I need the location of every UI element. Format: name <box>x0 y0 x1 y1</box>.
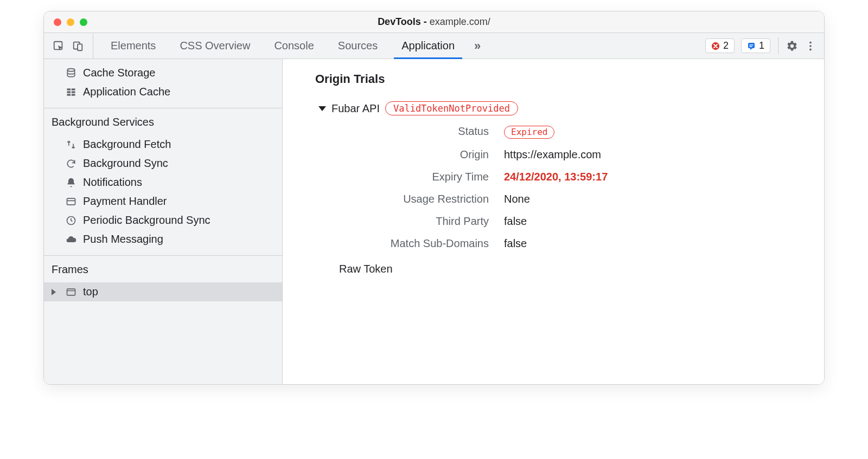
sidebar-item-notifications[interactable]: Notifications <box>44 173 282 192</box>
sidebar-item-periodic-background-sync[interactable]: Periodic Background Sync <box>44 211 282 230</box>
toolbar-left-group <box>44 33 93 59</box>
bell-icon <box>66 177 76 188</box>
window-controls <box>44 18 87 26</box>
toolbar-divider <box>778 37 778 54</box>
caret-down-icon <box>318 106 326 111</box>
gear-icon <box>786 40 798 52</box>
third-party-label: Third Party <box>337 215 489 228</box>
tab-css-overview[interactable]: CSS Overview <box>168 33 262 59</box>
device-toolbar-icon[interactable] <box>72 40 84 52</box>
svg-rect-11 <box>67 91 71 93</box>
sidebar-item-push-messaging[interactable]: Push Messaging <box>44 230 282 249</box>
tab-sources[interactable]: Sources <box>326 33 390 59</box>
devtools-window: DevTools - example.com/ Elements CSS Ove… <box>43 11 825 385</box>
usage-restriction-label: Usage Restriction <box>337 193 489 205</box>
expand-caret-icon[interactable] <box>52 289 56 295</box>
svg-rect-9 <box>67 88 71 90</box>
origin-trial-details: Status Expired Origin https://example.co… <box>337 125 792 250</box>
svg-rect-13 <box>67 94 71 95</box>
third-party-value: false <box>504 215 792 228</box>
sidebar-item-frame-top[interactable]: top <box>44 282 282 301</box>
window-title: DevTools - example.com/ <box>44 16 824 28</box>
errors-counter[interactable]: 2 <box>705 38 735 53</box>
issues-icon <box>747 42 756 50</box>
frame-icon <box>66 287 76 298</box>
card-icon <box>66 196 76 207</box>
more-menu-button[interactable] <box>805 40 816 52</box>
status-chip: Expired <box>504 126 554 139</box>
main-content: Origin Trials Fubar API ValidTokenNotPro… <box>283 59 824 384</box>
sidebar-item-label: top <box>83 286 98 298</box>
inspect-element-icon[interactable] <box>53 40 65 52</box>
svg-rect-15 <box>67 198 75 205</box>
tab-console[interactable]: Console <box>262 33 326 59</box>
expiry-value: 24/12/2020, 13:59:17 <box>504 171 792 183</box>
svg-rect-14 <box>72 94 75 95</box>
window-title-page: example.com/ <box>430 16 490 27</box>
errors-count: 2 <box>723 40 729 51</box>
svg-rect-4 <box>748 43 755 48</box>
sidebar-item-label: Periodic Background Sync <box>83 214 210 227</box>
issues-count: 1 <box>759 40 764 51</box>
status-value: Expired <box>504 125 792 139</box>
svg-point-8 <box>67 68 74 71</box>
grid-icon <box>66 87 76 98</box>
sidebar-section-cache: Cache Storage Application Cache <box>44 59 282 108</box>
tab-application[interactable]: Application <box>390 33 467 59</box>
error-icon <box>711 42 720 50</box>
settings-button[interactable] <box>786 40 798 52</box>
svg-point-7 <box>809 48 812 50</box>
sidebar-item-label: Background Sync <box>83 157 168 170</box>
sidebar-item-label: Payment Handler <box>83 195 167 208</box>
zoom-window-button[interactable] <box>80 18 87 26</box>
raw-token-row[interactable]: Raw Token <box>334 263 792 275</box>
sidebar-item-background-sync[interactable]: Background Sync <box>44 154 282 173</box>
svg-rect-0 <box>54 41 62 49</box>
tab-elements[interactable]: Elements <box>99 33 168 59</box>
sidebar-item-label: Notifications <box>83 176 142 189</box>
sidebar-section-frames: top <box>44 280 282 301</box>
issues-counter[interactable]: 1 <box>741 38 770 53</box>
match-subdomains-label: Match Sub-Domains <box>337 237 489 250</box>
sidebar-item-label: Background Fetch <box>83 138 171 151</box>
window-title-app: DevTools - <box>378 16 430 27</box>
clock-icon <box>66 215 76 226</box>
cloud-icon <box>66 234 76 245</box>
origin-value: https://example.com <box>504 148 792 161</box>
svg-rect-12 <box>72 91 75 93</box>
application-sidebar: Cache Storage Application Cache Backgrou… <box>44 59 283 384</box>
usage-restriction-value: None <box>504 193 792 205</box>
svg-point-6 <box>809 45 812 47</box>
sidebar-item-label: Cache Storage <box>83 67 155 79</box>
page-title: Origin Trials <box>315 72 792 86</box>
kebab-menu-icon <box>805 40 816 52</box>
expiry-label: Expiry Time <box>337 171 489 183</box>
raw-token-label: Raw Token <box>339 263 393 275</box>
sidebar-header-frames: Frames <box>44 255 282 280</box>
status-label: Status <box>337 125 489 139</box>
sidebar-item-cache-storage[interactable]: Cache Storage <box>44 63 282 82</box>
fetch-icon <box>66 139 76 150</box>
tabs-overflow-button[interactable]: » <box>467 33 488 59</box>
svg-point-5 <box>809 41 812 43</box>
titlebar: DevTools - example.com/ <box>44 11 824 33</box>
svg-rect-17 <box>67 289 75 295</box>
sidebar-item-label: Push Messaging <box>83 233 163 245</box>
sidebar-item-payment-handler[interactable]: Payment Handler <box>44 192 282 211</box>
origin-trial-name: Fubar API <box>331 102 380 115</box>
toolbar-right-group: 2 1 <box>698 33 824 59</box>
sidebar-item-label: Application Cache <box>83 86 170 98</box>
minimize-window-button[interactable] <box>67 18 74 26</box>
devtools-toolbar: Elements CSS Overview Console Sources Ap… <box>44 33 824 59</box>
svg-rect-2 <box>78 44 82 50</box>
origin-label: Origin <box>337 148 489 161</box>
panel-body: Cache Storage Application Cache Backgrou… <box>44 59 824 384</box>
database-icon <box>66 68 76 79</box>
sidebar-item-background-fetch[interactable]: Background Fetch <box>44 135 282 154</box>
close-window-button[interactable] <box>54 18 61 26</box>
origin-trial-row[interactable]: Fubar API ValidTokenNotProvided <box>315 101 792 115</box>
match-subdomains-value: false <box>504 237 792 250</box>
sidebar-item-application-cache[interactable]: Application Cache <box>44 82 282 101</box>
token-status-badge: ValidTokenNotProvided <box>385 101 518 115</box>
panel-tabs: Elements CSS Overview Console Sources Ap… <box>93 33 698 59</box>
